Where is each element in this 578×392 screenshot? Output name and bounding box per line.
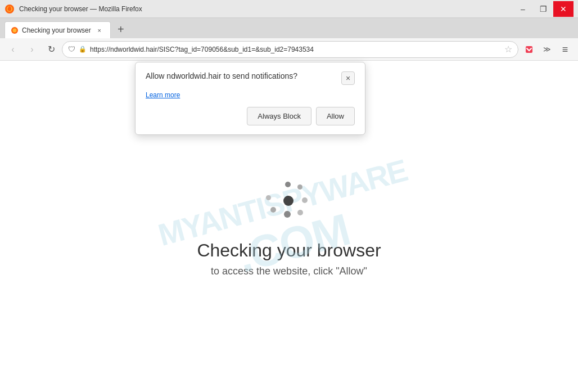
tab-close-button[interactable]: × bbox=[94, 25, 105, 35]
notification-popup: Allow ndworldwid.hair to send notificati… bbox=[135, 62, 365, 135]
page-heading: Checking your browser bbox=[197, 240, 381, 261]
svg-rect-4 bbox=[526, 46, 532, 53]
bookmark-star-icon[interactable]: ☆ bbox=[504, 44, 512, 55]
url-text: https://ndworldwid.hair/SISC?tag_id=7090… bbox=[90, 46, 314, 53]
pocket-icon bbox=[525, 45, 534, 54]
popup-buttons: Always Block Allow bbox=[146, 107, 355, 125]
new-tab-button[interactable]: + bbox=[113, 21, 129, 37]
nav-right-icons: ≫ ≡ bbox=[521, 41, 574, 58]
allow-button[interactable]: Allow bbox=[316, 107, 355, 125]
titlebar: Checking your browser — Mozilla Firefox … bbox=[0, 0, 578, 18]
tab-favicon-icon bbox=[11, 26, 19, 34]
menu-icon: ≡ bbox=[562, 44, 568, 55]
address-bar[interactable]: 🛡 🔒 https://ndworldwid.hair/SISC?tag_id=… bbox=[62, 41, 518, 58]
close-button[interactable]: ✕ bbox=[553, 1, 574, 17]
always-block-button[interactable]: Always Block bbox=[247, 107, 311, 125]
navbar: ‹ › ↻ 🛡 🔒 https://ndworldwid.hair/SISC?t… bbox=[0, 38, 578, 61]
popup-header: Allow ndworldwid.hair to send notificati… bbox=[146, 71, 355, 85]
learn-more-link[interactable]: Learn more bbox=[146, 91, 180, 99]
popup-title: Allow ndworldwid.hair to send notificati… bbox=[146, 71, 341, 80]
pocket-button[interactable] bbox=[521, 41, 538, 58]
restore-button[interactable]: ❐ bbox=[533, 1, 553, 17]
titlebar-title: Checking your browser — Mozilla Firefox bbox=[19, 5, 142, 13]
spinner-dot-4 bbox=[302, 197, 308, 203]
extensions-icon: ≫ bbox=[543, 45, 551, 53]
spinner-dot-3 bbox=[297, 184, 302, 190]
titlebar-left: Checking your browser — Mozilla Firefox bbox=[4, 4, 142, 14]
firefox-logo-icon bbox=[4, 4, 15, 14]
spinner-dot-8 bbox=[266, 195, 271, 200]
tabbar: Checking your browser × + bbox=[0, 18, 578, 38]
spinner-dot-7 bbox=[270, 207, 276, 213]
refresh-button[interactable]: ↻ bbox=[43, 41, 60, 58]
url-display: https://ndworldwid.hair/SISC?tag_id=7090… bbox=[90, 46, 501, 53]
spinner-dot-2 bbox=[285, 182, 291, 187]
tab-label: Checking your browser bbox=[22, 26, 91, 34]
titlebar-controls: – ❐ ✕ bbox=[513, 1, 574, 17]
minimize-button[interactable]: – bbox=[513, 1, 533, 17]
loading-spinner bbox=[264, 176, 314, 227]
svg-point-3 bbox=[13, 28, 17, 32]
active-tab[interactable]: Checking your browser × bbox=[4, 21, 111, 38]
shield-icon: 🛡 bbox=[68, 45, 75, 53]
extensions-button[interactable]: ≫ bbox=[539, 41, 556, 58]
spinner-dot-1 bbox=[283, 196, 293, 206]
lock-icon: 🔒 bbox=[79, 46, 87, 53]
forward-button[interactable]: › bbox=[24, 41, 40, 58]
popup-close-button[interactable]: × bbox=[341, 71, 355, 85]
menu-button[interactable]: ≡ bbox=[557, 41, 574, 58]
watermark: MYANTISPYWARE .COM bbox=[155, 153, 423, 300]
back-button[interactable]: ‹ bbox=[4, 41, 21, 58]
spinner-dot-6 bbox=[284, 211, 291, 218]
spinner-dot-5 bbox=[297, 210, 303, 215]
page-subtext: to access the website, click "Allow" bbox=[211, 265, 367, 277]
